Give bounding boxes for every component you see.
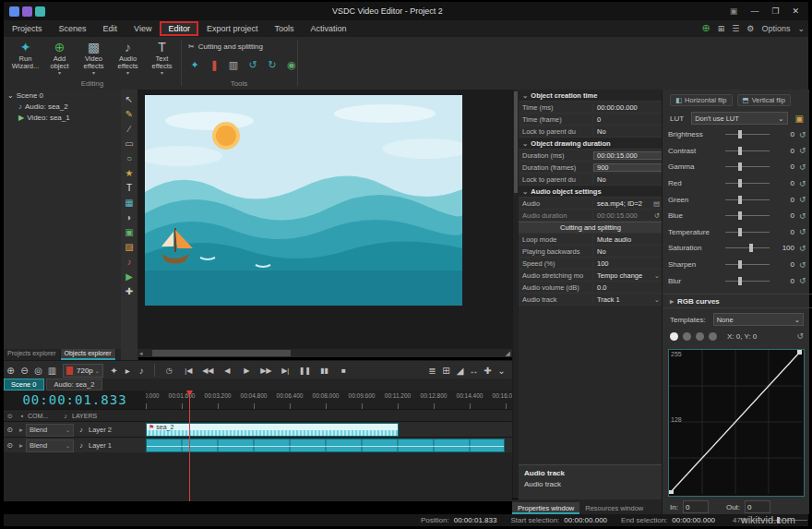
- transport-button[interactable]: |◀: [180, 367, 197, 375]
- out-field[interactable]: 0: [745, 500, 770, 513]
- reset-icon[interactable]: ↺: [796, 331, 804, 341]
- speaker-icon[interactable]: ♪: [74, 441, 89, 450]
- cutting-splitting-button[interactable]: Cutting and splitting: [519, 222, 663, 234]
- tree-item[interactable]: ▶ Video: sea_1: [4, 112, 121, 123]
- curve-editor[interactable]: 255 128: [668, 349, 805, 497]
- horizontal-flip-button[interactable]: ◧ Horizontal flip: [670, 94, 733, 106]
- slider-track[interactable]: [725, 183, 770, 184]
- reset-icon[interactable]: ↺: [799, 162, 806, 172]
- tool-icon[interactable]: ✦: [188, 59, 201, 71]
- menu-icon[interactable]: ☰: [732, 24, 739, 33]
- reset-icon[interactable]: ↺: [654, 211, 660, 220]
- section-header[interactable]: ⌄Audio object settings: [519, 186, 663, 198]
- reset-icon[interactable]: ↺: [799, 211, 806, 221]
- tool-icon[interactable]: ◗: [122, 210, 137, 225]
- minimize-button[interactable]: —: [750, 6, 758, 16]
- playbar-button[interactable]: ↔: [467, 366, 481, 376]
- slider-handle[interactable]: [738, 277, 742, 285]
- timeline-empty-area[interactable]: [4, 452, 512, 501]
- slider-track[interactable]: [725, 150, 770, 151]
- slider-handle[interactable]: [738, 196, 742, 204]
- tool-icon[interactable]: ↖: [122, 92, 137, 107]
- ribbon-button[interactable]: ▩ Video effects ▾: [78, 41, 110, 78]
- tool-icon[interactable]: ◉: [285, 59, 298, 71]
- ribbon-button[interactable]: ⊕ Add object ▾: [43, 41, 76, 78]
- channel-blue-button[interactable]: [709, 332, 717, 341]
- chevron-down-icon[interactable]: ⌄: [654, 295, 660, 304]
- layer-name[interactable]: Layer 1: [89, 441, 133, 450]
- menu-item[interactable]: Projects: [4, 21, 51, 36]
- audio-clip-sea2[interactable]: ⚑ sea_2: [146, 423, 399, 437]
- section-header[interactable]: ⌄Object creation time: [519, 90, 663, 102]
- slider-track[interactable]: [725, 281, 770, 282]
- tool-icon[interactable]: ▭: [122, 137, 137, 151]
- lut-dropdown[interactable]: Don't use LUT ⌄: [691, 112, 787, 125]
- tab-properties-window[interactable]: Properties window: [512, 502, 579, 514]
- blend-mode-dropdown[interactable]: Blend ⌄: [26, 424, 74, 437]
- property-row[interactable]: Audiosea.mp4; ID=2▤: [519, 198, 663, 210]
- slider-handle[interactable]: [738, 260, 742, 269]
- tool-icon[interactable]: ♪: [122, 255, 137, 270]
- tool-icon[interactable]: ↻: [266, 59, 279, 71]
- tool-icon[interactable]: ❚: [208, 59, 221, 71]
- expand-icon[interactable]: ▸: [17, 441, 26, 450]
- property-row[interactable]: Audio trackTrack 1⌄: [519, 294, 663, 306]
- slider-handle[interactable]: [738, 130, 742, 138]
- reset-icon[interactable]: ↺: [799, 179, 806, 188]
- slider-handle[interactable]: [738, 228, 742, 236]
- slider-handle[interactable]: [738, 147, 742, 155]
- reset-icon[interactable]: ↺: [799, 195, 806, 204]
- slider-track[interactable]: [725, 215, 770, 216]
- tab-objects-explorer[interactable]: Objects explorer: [61, 349, 116, 360]
- folder-icon[interactable]: ▣: [795, 114, 804, 124]
- playbar-button[interactable]: ▥: [45, 366, 59, 376]
- tree-item[interactable]: ♪ Audio: sea_2: [4, 101, 121, 112]
- slider-track[interactable]: [725, 232, 770, 233]
- preview-canvas[interactable]: [145, 95, 462, 306]
- tree-item[interactable]: ⌄ Scene 0: [4, 90, 121, 101]
- menu-item[interactable]: Scenes: [51, 21, 95, 36]
- slider-handle[interactable]: [738, 162, 742, 171]
- timeline-ruler[interactable]: 00:00.00000:01.60000:03.20000:04.80000:0…: [146, 391, 512, 409]
- playbar-button[interactable]: ✚: [481, 366, 495, 376]
- chevron-down-icon[interactable]: ⌄: [654, 271, 660, 280]
- property-row[interactable]: Duration (ms)00:00:15.000: [519, 150, 663, 162]
- slider-track[interactable]: [725, 264, 770, 265]
- gear-icon[interactable]: ⚙: [746, 24, 754, 33]
- transport-button[interactable]: ◀: [219, 367, 236, 375]
- layer-name[interactable]: Layer 2: [89, 426, 133, 434]
- property-row[interactable]: Speed (%)100: [519, 258, 663, 270]
- lock-icon[interactable]: ▪: [17, 413, 28, 419]
- scrollbar-thumb[interactable]: [152, 350, 291, 356]
- property-row[interactable]: Playing backwardsNo: [519, 246, 663, 258]
- vertical-flip-button[interactable]: ◧ Vertical flip: [737, 94, 791, 106]
- options-button[interactable]: Options: [761, 24, 790, 33]
- tool-icon[interactable]: ▶: [122, 270, 137, 284]
- tool-icon[interactable]: ✎: [122, 107, 137, 122]
- maximize-button[interactable]: ❐: [771, 6, 779, 16]
- playbar-button[interactable]: ♪: [135, 366, 149, 376]
- menu-item[interactable]: Editor: [160, 21, 198, 36]
- playbar-button[interactable]: ⊕: [4, 366, 18, 376]
- slider-handle[interactable]: [738, 179, 742, 187]
- ribbon-button[interactable]: T Text effects ▾: [146, 41, 178, 78]
- eye-icon[interactable]: ⊙: [4, 441, 17, 450]
- transport-button[interactable]: ◷: [161, 367, 178, 375]
- reset-icon[interactable]: ↺: [799, 276, 806, 285]
- menu-item[interactable]: Edit: [95, 21, 126, 36]
- channel-red-button[interactable]: [683, 332, 691, 341]
- slider-track[interactable]: [725, 134, 770, 135]
- playbar-button[interactable]: ◢: [453, 366, 467, 376]
- transport-button[interactable]: ■: [335, 367, 352, 375]
- resize-icon[interactable]: ◢: [506, 350, 510, 357]
- transport-button[interactable]: ◀◀: [199, 367, 217, 375]
- reset-icon[interactable]: ↺: [799, 146, 806, 155]
- video-clip-sea1[interactable]: [146, 439, 505, 452]
- slider-track[interactable]: [725, 247, 770, 248]
- grid-icon[interactable]: ⊞: [718, 24, 725, 33]
- playbar-button[interactable]: ⊞: [439, 366, 453, 376]
- slider-track[interactable]: [725, 199, 770, 200]
- playbar-button[interactable]: ◎: [31, 366, 45, 376]
- speaker-icon[interactable]: ♪: [74, 426, 89, 434]
- transport-button[interactable]: ▶|: [277, 367, 294, 375]
